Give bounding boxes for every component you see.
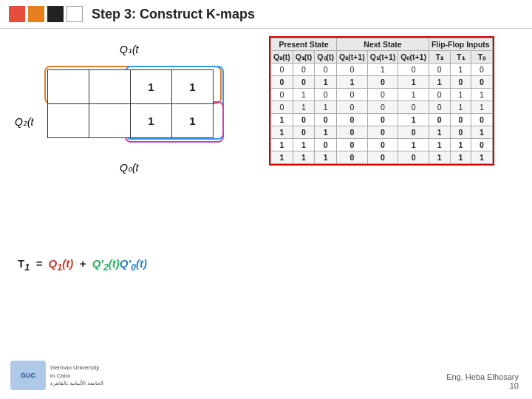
q1-label: Q₁(t [120, 44, 138, 55]
table-cell: 0 [367, 89, 398, 101]
table-cell: 0 [337, 64, 368, 76]
table-cell: 0 [337, 114, 368, 126]
table-cell: 0 [271, 89, 293, 101]
table-cell: 0 [429, 64, 450, 76]
sub-header-t0: T₀ [471, 51, 493, 64]
table-cell: 0 [315, 89, 337, 101]
table-cell: 1 [315, 76, 337, 89]
table-cell: 0 [471, 114, 493, 126]
guc-acronym: GUC [21, 372, 35, 380]
table-cell: 1 [271, 139, 293, 151]
kmap-cell [89, 104, 131, 138]
table-cell: 1 [471, 151, 493, 164]
table-cell: 0 [337, 89, 368, 101]
table-cell: 0 [315, 114, 337, 126]
sub-header-t2: T₂ [429, 51, 450, 64]
table-cell: 0 [337, 151, 368, 164]
table-cell: 1 [337, 76, 368, 89]
header: Step 3: Construct K-maps [0, 0, 532, 29]
table-cell: 0 [471, 64, 493, 76]
table-cell: 0 [315, 64, 337, 76]
table-cell: 0 [398, 126, 429, 139]
table-cell: 1 [450, 64, 471, 76]
table-cell: 0 [293, 64, 315, 76]
kmap-cell: 1 [131, 104, 172, 138]
table-cell: 0 [337, 139, 368, 151]
table-cell: 1 [471, 89, 493, 101]
kmap-cell [89, 70, 131, 104]
table-cell: 0 [271, 101, 293, 114]
table-cell: 0 [293, 126, 315, 139]
table-cell: 1 [450, 101, 471, 114]
table-cell: 0 [315, 139, 337, 151]
table-cell: 0 [398, 64, 429, 76]
q2-label: Q₂(t [15, 116, 33, 128]
table-cell: 0 [337, 126, 368, 139]
table-cell: 0 [367, 126, 398, 139]
th-flip-flop: Flip-Flop Inputs [429, 38, 492, 51]
table-cell: 0 [398, 151, 429, 164]
table-cell: 1 [398, 89, 429, 101]
table-cell: 1 [315, 101, 337, 114]
kmap-area: Q₁(t 1 1 1 1 [10, 36, 262, 317]
table-cell: 0 [429, 114, 450, 126]
sub-header-q2t: Q₂(t) [271, 51, 293, 64]
black-icon [47, 6, 64, 22]
table-cell: 1 [315, 151, 337, 164]
th-next-state: Next State [337, 38, 429, 51]
table-cell: 0 [367, 101, 398, 114]
table-cell: 1 [271, 114, 293, 126]
page-number: 10 [446, 381, 519, 390]
table-cell: 1 [398, 139, 429, 151]
table-cell: 1 [450, 151, 471, 164]
table-cell: 1 [271, 126, 293, 139]
table-cell: 0 [450, 114, 471, 126]
kmap-cell: 1 [172, 104, 214, 138]
guc-full-name: German Universityin Cairo [50, 364, 103, 380]
table-cell: 1 [429, 151, 450, 164]
main-content: Q₁(t 1 1 1 1 [0, 29, 532, 324]
table-cell: 0 [471, 139, 493, 151]
guc-text: German Universityin Cairo الجامعة الألما… [50, 364, 103, 387]
equation-area: T1 = Q1(t) + Q′2(t)Q′0(t) [18, 257, 147, 273]
kmap-grid: 1 1 1 1 [47, 69, 214, 138]
table-cell: 1 [429, 139, 450, 151]
th-present-state: Present State [271, 38, 337, 51]
table-cell: 1 [429, 126, 450, 139]
kmap-cell: 1 [131, 70, 172, 104]
table-cell: 0 [367, 151, 398, 164]
table-cell: 1 [471, 126, 493, 139]
table-area: Present State Next State Flip-Flop Input… [269, 36, 522, 317]
sub-header-q1t1: Q₁(t+1) [367, 51, 398, 64]
guc-logo: GUC German Universityin Cairo الجامعة ال… [10, 361, 103, 390]
table-cell: 0 [429, 89, 450, 101]
footer: Eng. Heba Elhosary 10 [446, 372, 519, 390]
table-cell: 0 [450, 76, 471, 89]
kmap-cell [48, 70, 89, 104]
table-cell: 1 [367, 64, 398, 76]
equation-text: T1 = Q1(t) + Q′2(t)Q′0(t) [18, 257, 147, 270]
sub-header-q2t1: Q₂(t+1) [337, 51, 368, 64]
table-cell: 0 [293, 76, 315, 89]
table-cell: 0 [367, 114, 398, 126]
table-cell: 1 [315, 126, 337, 139]
table-cell: 1 [450, 89, 471, 101]
state-table: Present State Next State Flip-Flop Input… [270, 38, 493, 164]
page-title: Step 3: Construct K-maps [92, 7, 255, 22]
table-cell: 0 [471, 76, 493, 89]
orange-icon [28, 6, 44, 22]
table-cell: 0 [271, 64, 293, 76]
table-cell: 0 [367, 139, 398, 151]
table-cell: 0 [398, 101, 429, 114]
table-border: Present State Next State Flip-Flop Input… [269, 36, 494, 166]
table-cell: 1 [450, 139, 471, 151]
table-cell: 0 [293, 114, 315, 126]
table-cell: 1 [293, 101, 315, 114]
table-cell: 1 [293, 139, 315, 151]
kmap-cell: 1 [172, 70, 214, 104]
table-cell: 0 [271, 76, 293, 89]
sub-header-t1: T₁ [450, 51, 471, 64]
author-name: Eng. Heba Elhosary [446, 372, 519, 381]
table-cell: 1 [398, 114, 429, 126]
table-cell: 0 [450, 126, 471, 139]
